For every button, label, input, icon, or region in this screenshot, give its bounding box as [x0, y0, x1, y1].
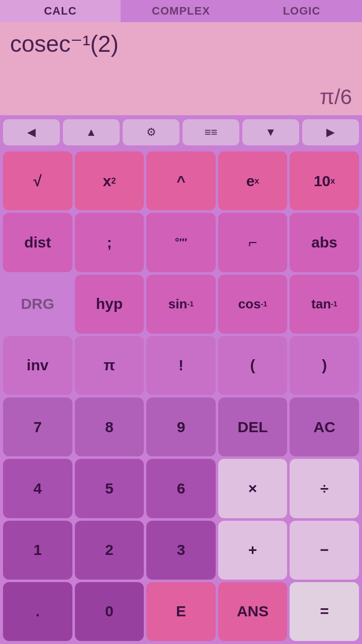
btn-5[interactable]: 5 [75, 459, 144, 518]
nav-up-arrow[interactable]: ▲ [63, 119, 120, 145]
btn-7[interactable]: 7 [3, 397, 72, 456]
tab-logic[interactable]: LOGIC [241, 0, 362, 22]
btn-divide[interactable]: ÷ [290, 459, 359, 518]
btn-8[interactable]: 8 [75, 397, 144, 456]
nav-left-arrow[interactable]: ◀ [3, 119, 60, 145]
btn-3[interactable]: 3 [146, 521, 216, 580]
btn-semicolon[interactable]: ; [75, 213, 144, 272]
tab-calc[interactable]: CALC [0, 0, 121, 22]
btn-cos-inv[interactable]: cos-1 [218, 275, 288, 334]
btn-sqrt[interactable]: √ [3, 151, 72, 210]
btn-6[interactable]: 6 [146, 459, 216, 518]
calc-grid: √ x2 ^ ex 10x dist ; °′″ ⌐ abs DRG hyp s… [0, 149, 362, 644]
nav-menu[interactable]: ≡≡ [183, 119, 239, 145]
nav-bar: ◀ ▲ ⚙ ≡≡ ▼ ▶ [0, 115, 362, 149]
row-trig: DRG hyp sin-1 cos-1 tan-1 [3, 275, 359, 334]
row-extra: dist ; °′″ ⌐ abs [3, 213, 359, 272]
btn-e[interactable]: E [146, 582, 216, 641]
display-area: cosec⁻¹(2) π/6 [0, 22, 362, 115]
btn-pi[interactable]: π [75, 336, 144, 395]
btn-1[interactable]: 1 [3, 521, 72, 580]
btn-power[interactable]: ^ [146, 151, 216, 210]
btn-drg[interactable]: DRG [3, 275, 72, 334]
btn-floor[interactable]: ⌐ [218, 213, 288, 272]
row-misc: inv π ! ( ) [3, 336, 359, 395]
tab-bar: CALC COMPLEX LOGIC [0, 0, 362, 22]
btn-ex[interactable]: ex [218, 151, 288, 210]
row-math: √ x2 ^ ex 10x [3, 151, 359, 210]
btn-del[interactable]: DEL [218, 397, 288, 456]
btn-dist[interactable]: dist [3, 213, 72, 272]
btn-open-paren[interactable]: ( [218, 336, 288, 395]
btn-equals[interactable]: = [290, 582, 359, 641]
btn-factorial[interactable]: ! [146, 336, 216, 395]
row-789: 7 8 9 DEL AC [3, 397, 359, 456]
nav-gear[interactable]: ⚙ [123, 119, 179, 145]
btn-plus[interactable]: + [218, 521, 288, 580]
row-0: . 0 E ANS = [3, 582, 359, 641]
btn-4[interactable]: 4 [3, 459, 72, 518]
btn-dot[interactable]: . [3, 582, 72, 641]
btn-abs[interactable]: abs [290, 213, 359, 272]
btn-9[interactable]: 9 [146, 397, 216, 456]
btn-multiply[interactable]: × [218, 459, 288, 518]
btn-ans[interactable]: ANS [218, 582, 288, 641]
btn-minus[interactable]: − [290, 521, 359, 580]
btn-degree[interactable]: °′″ [146, 213, 216, 272]
btn-2[interactable]: 2 [75, 521, 144, 580]
nav-down-arrow[interactable]: ▼ [242, 119, 299, 145]
btn-x2[interactable]: x2 [75, 151, 144, 210]
row-456: 4 5 6 × ÷ [3, 459, 359, 518]
btn-tan-inv[interactable]: tan-1 [290, 275, 359, 334]
btn-ac[interactable]: AC [290, 397, 359, 456]
nav-right-arrow[interactable]: ▶ [302, 119, 359, 145]
btn-sin-inv[interactable]: sin-1 [146, 275, 216, 334]
row-123: 1 2 3 + − [3, 521, 359, 580]
btn-inv[interactable]: inv [3, 336, 72, 395]
btn-10x[interactable]: 10x [290, 151, 359, 210]
display-input: cosec⁻¹(2) [10, 30, 352, 57]
btn-0[interactable]: 0 [75, 582, 144, 641]
tab-complex[interactable]: COMPLEX [121, 0, 241, 22]
display-result: π/6 [320, 85, 352, 109]
btn-close-paren[interactable]: ) [290, 336, 359, 395]
btn-hyp[interactable]: hyp [75, 275, 144, 334]
